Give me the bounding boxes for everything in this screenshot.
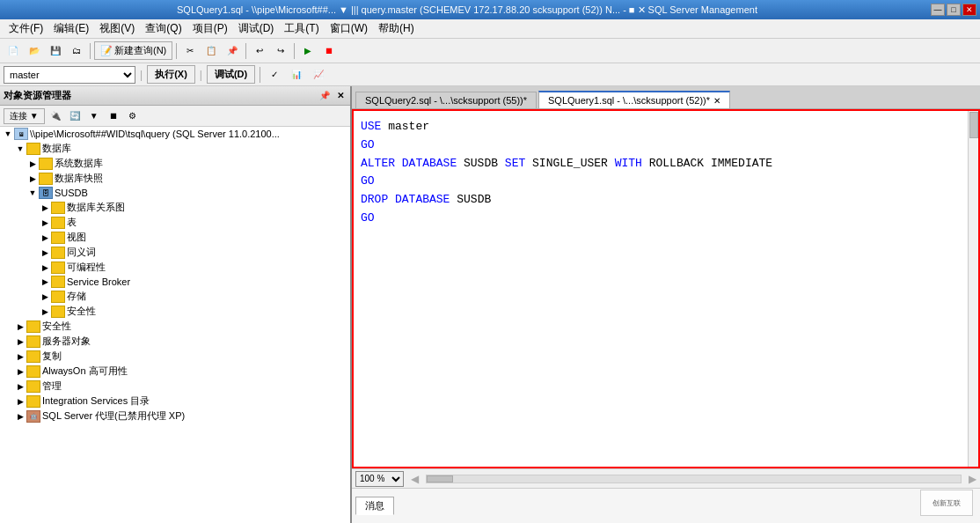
tree-item-security[interactable]: ▶ 安全性 xyxy=(0,319,350,334)
tree-item-storage[interactable]: ▶ 存储 xyxy=(0,289,350,304)
expand-programmability-icon[interactable]: ▶ xyxy=(39,262,51,274)
copy-button[interactable]: 📋 xyxy=(201,41,221,61)
new-file-button[interactable]: 📄 xyxy=(4,41,23,61)
oe-close-button[interactable]: ✕ xyxy=(334,91,347,100)
tree-item-synonyms[interactable]: ▶ 同义词 xyxy=(0,245,350,260)
menu-help[interactable]: 帮助(H) xyxy=(373,19,420,38)
tree-item-programmability[interactable]: ▶ 可编程性 xyxy=(0,260,350,275)
execute-button[interactable]: 执行(X) xyxy=(147,65,195,84)
expand-susdb-icon[interactable]: ▼ xyxy=(26,187,39,199)
expand-snapshots-icon[interactable]: ▶ xyxy=(26,173,39,185)
save-button[interactable]: 💾 xyxy=(46,41,65,61)
stop-refresh-button[interactable]: ⏹ xyxy=(105,107,122,125)
open-button[interactable]: 📂 xyxy=(25,41,44,61)
expand-security-susdb-icon[interactable]: ▶ xyxy=(39,306,51,318)
new-query-button[interactable]: 📝 新建查询(N) xyxy=(94,41,172,60)
object-explorer-header: 对象资源管理器 📌 ✕ xyxy=(0,86,350,106)
menu-bar: 文件(F) 编辑(E) 视图(V) 查询(Q) 项目(P) 调试(D) 工具(T… xyxy=(0,19,980,39)
results-messages-tab[interactable]: 消息 xyxy=(355,497,394,515)
synonyms-label: 同义词 xyxy=(67,246,96,259)
object-explorer-options[interactable]: ⚙ xyxy=(124,107,142,125)
horizontal-scrollbar[interactable] xyxy=(426,475,962,483)
menu-file[interactable]: 文件(F) xyxy=(4,19,48,38)
expand-service-broker-icon[interactable]: ▶ xyxy=(39,276,51,288)
tree-item-system-dbs[interactable]: ▶ 系统数据库 xyxy=(0,156,350,171)
parse-button[interactable]: ✓ xyxy=(265,65,284,85)
expand-storage-icon[interactable]: ▶ xyxy=(39,291,51,303)
tree-item-management[interactable]: ▶ 管理 xyxy=(0,379,350,394)
expand-synonyms-icon[interactable]: ▶ xyxy=(39,247,51,259)
expand-security-icon[interactable]: ▶ xyxy=(14,320,26,333)
tree-item-agent[interactable]: ▶ 🤖 SQL Server 代理(已禁用代理 XP) xyxy=(0,409,350,424)
tree-item-susdb[interactable]: ▼ 🗄 SUSDB xyxy=(0,186,350,200)
disconnect-button[interactable]: 🔌 xyxy=(47,107,64,125)
hscroll-right-btn[interactable]: ▶ xyxy=(969,473,976,485)
menu-query[interactable]: 查询(Q) xyxy=(140,19,186,38)
editor-vscrollbar[interactable] xyxy=(968,111,978,467)
tree-item-db-diagrams[interactable]: ▶ 数据库关系图 xyxy=(0,200,350,215)
tree-item-db-snapshots[interactable]: ▶ 数据库快照 xyxy=(0,171,350,186)
maximize-button[interactable]: □ xyxy=(947,4,961,16)
expand-databases-icon[interactable]: ▼ xyxy=(14,143,26,155)
tree-item-tables[interactable]: ▶ 表 xyxy=(0,215,350,230)
close-button[interactable]: ✕ xyxy=(962,4,976,16)
debug-button[interactable]: 调试(D) xyxy=(207,65,255,84)
zoom-selector[interactable]: 100 % xyxy=(355,471,404,487)
expand-server-icon[interactable]: ▼ xyxy=(2,128,14,140)
separator1 xyxy=(90,43,91,59)
expand-diagrams-icon[interactable]: ▶ xyxy=(39,202,51,214)
undo-button[interactable]: ↩ xyxy=(250,41,269,61)
connect-button[interactable]: 连接 ▼ xyxy=(4,108,45,124)
include-actual-plan[interactable]: 📊 xyxy=(287,65,306,85)
expand-views-icon[interactable]: ▶ xyxy=(39,232,51,244)
databases-folder-icon xyxy=(26,143,40,155)
tab-sqlquery2[interactable]: SQLQuery2.sql - \...\scksupport (55))* xyxy=(355,92,537,108)
tree-item-server-objects[interactable]: ▶ 服务器对象 xyxy=(0,334,350,349)
server-icon: 🖥 xyxy=(14,128,28,140)
filter-button[interactable]: ▼ xyxy=(85,107,103,125)
expand-management-icon[interactable]: ▶ xyxy=(14,380,26,393)
sql-editor[interactable]: USE master GO ALTER DATABASE SUSDB SET S… xyxy=(352,109,980,468)
editor-vscrollbar-thumb[interactable] xyxy=(969,112,978,138)
expand-server-objects-icon[interactable]: ▶ xyxy=(14,335,26,348)
paste-button[interactable]: 📌 xyxy=(223,41,242,61)
database-selector[interactable]: master xyxy=(4,66,135,84)
line-6: GO xyxy=(361,210,971,228)
refresh-button[interactable]: 🔄 xyxy=(66,107,84,125)
oe-pin-button[interactable]: 📌 xyxy=(317,91,333,100)
service-broker-folder-icon xyxy=(51,276,65,288)
menu-edit[interactable]: 编辑(E) xyxy=(48,19,94,38)
expand-tables-icon[interactable]: ▶ xyxy=(39,217,51,229)
expand-agent-icon[interactable]: ▶ xyxy=(14,410,26,423)
hscroll-left-btn[interactable]: ◀ xyxy=(411,473,419,485)
expand-replication-icon[interactable]: ▶ xyxy=(14,350,26,363)
menu-project[interactable]: 项目(P) xyxy=(187,19,233,38)
tree-item-databases[interactable]: ▼ 数据库 xyxy=(0,141,350,156)
include-client-stats[interactable]: 📈 xyxy=(309,65,328,85)
run-button[interactable]: ▶ xyxy=(298,41,318,61)
tree-item-views[interactable]: ▶ 视图 xyxy=(0,230,350,245)
menu-window[interactable]: 窗口(W) xyxy=(325,19,373,38)
tree-item-service-broker[interactable]: ▶ Service Broker xyxy=(0,275,350,289)
save-all-button[interactable]: 🗂 xyxy=(67,41,86,61)
tree-item-integration[interactable]: ▶ Integration Services 目录 xyxy=(0,394,350,409)
menu-tools[interactable]: 工具(T) xyxy=(279,19,324,38)
tree-item-server[interactable]: ▼ 🖥 \\pipe\Microsoft##WID\tsql\query (SQ… xyxy=(0,127,350,141)
hscroll-thumb[interactable] xyxy=(427,475,453,482)
redo-button[interactable]: ↪ xyxy=(271,41,290,61)
stop-button[interactable]: ⏹ xyxy=(319,41,339,61)
views-label: 视图 xyxy=(67,231,86,244)
editor-content[interactable]: USE master GO ALTER DATABASE SUSDB SET S… xyxy=(354,111,978,235)
expand-alwayson-icon[interactable]: ▶ xyxy=(14,365,26,378)
tree-item-security-susdb[interactable]: ▶ 安全性 xyxy=(0,304,350,319)
minimize-button[interactable]: — xyxy=(931,4,945,16)
tree-item-alwayson[interactable]: ▶ AlwaysOn 高可用性 xyxy=(0,364,350,379)
cut-button[interactable]: ✂ xyxy=(180,41,200,61)
menu-debug[interactable]: 调试(D) xyxy=(233,19,280,38)
expand-integration-icon[interactable]: ▶ xyxy=(14,395,26,408)
tree-item-replication[interactable]: ▶ 复制 xyxy=(0,349,350,364)
tab-close-button[interactable]: ✕ xyxy=(713,96,720,106)
menu-view[interactable]: 视图(V) xyxy=(94,19,140,38)
tab-sqlquery1[interactable]: SQLQuery1.sql - \...\scksupport (52))* ✕ xyxy=(538,91,730,108)
expand-system-dbs-icon[interactable]: ▶ xyxy=(26,158,39,170)
